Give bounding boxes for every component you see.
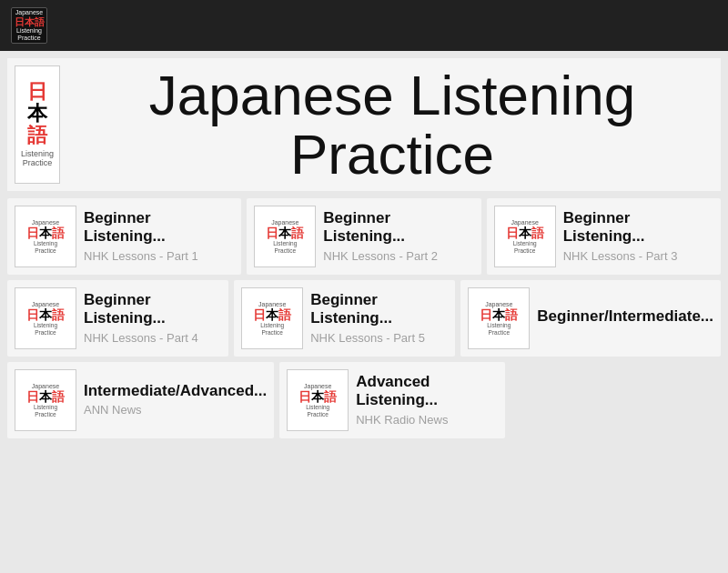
cell-text-2-0: Intermediate/Advanced...ANN News — [84, 382, 267, 418]
grid-cell-1-0[interactable]: Japanese 日本語 ListeningPractice Beginner … — [7, 280, 228, 357]
grid-cell-2-1[interactable]: Japanese 日本語 ListeningPractice Advanced … — [279, 362, 504, 438]
cell-text-2-1: Advanced Listening...NHK Radio News — [356, 373, 497, 428]
cell-subtitle: NHK Lessons - Part 1 — [84, 249, 234, 265]
cell-icon-bottom: ListeningPractice — [273, 240, 297, 255]
cell-text-0-0: Beginner Listening...NHK Lessons - Part … — [84, 209, 234, 265]
cell-text-1-1: Beginner Listening...NHK Lessons - Part … — [310, 291, 448, 347]
grid-cell-1-2[interactable]: Japanese 日本語 ListeningPractice Beginner/… — [460, 280, 721, 357]
cell-subtitle: NHK Lessons - Part 3 — [563, 249, 713, 265]
cell-title: Advanced Listening... — [356, 373, 497, 410]
grid-cell-0-0[interactable]: Japanese 日本語 ListeningPractice Beginner … — [7, 198, 241, 275]
cell-title: Beginner/Intermediate... — [537, 307, 713, 326]
cell-text-1-0: Beginner Listening...NHK Lessons - Part … — [84, 291, 221, 347]
cell-icon-bottom: ListeningPractice — [513, 240, 537, 255]
cell-icon-kanji: 日本語 — [253, 308, 291, 322]
cell-icon-bottom: ListeningPractice — [34, 404, 57, 418]
grid-container: Japanese 日本語 ListeningPractice Beginner … — [7, 198, 721, 438]
grid-cell-empty-2-2 — [511, 362, 721, 438]
hero-title: Japanese Listening Practice — [71, 65, 713, 184]
cell-subtitle: ANN News — [84, 403, 267, 418]
grid-cell-1-1[interactable]: Japanese 日本語 ListeningPractice Beginner … — [234, 280, 455, 357]
app-icon-kanji: 日本語 — [15, 16, 45, 27]
cell-text-1-2: Beginner/Intermediate... — [537, 307, 713, 328]
cell-icon-kanji: 日本語 — [298, 390, 337, 404]
cell-title: Beginner Listening... — [84, 291, 221, 328]
cell-icon-kanji: 日本語 — [266, 226, 304, 240]
cell-subtitle: NHK Radio News — [356, 413, 497, 428]
cell-subtitle: NHK Lessons - Part 2 — [323, 249, 473, 265]
app-icon-bottom: Listening — [16, 27, 42, 35]
grid-cell-0-1[interactable]: Japanese 日本語 ListeningPractice Beginner … — [247, 198, 480, 275]
cell-icon-1-2: Japanese 日本語 ListeningPractice — [468, 287, 530, 349]
main-content: 日本 語 ListeningPractice Japanese Listenin… — [0, 51, 728, 573]
cell-text-0-2: Beginner Listening...NHK Lessons - Part … — [563, 209, 713, 265]
cell-icon-0-0: Japanese 日本語 ListeningPractice — [15, 206, 76, 267]
grid-cell-0-2[interactable]: Japanese 日本語 ListeningPractice Beginner … — [487, 198, 721, 275]
grid-row-0: Japanese 日本語 ListeningPractice Beginner … — [7, 198, 721, 275]
cell-icon-0-1: Japanese 日本語 ListeningPractice — [254, 206, 316, 267]
app-icon-top: Japanese — [15, 9, 43, 16]
grid-row-1: Japanese 日本語 ListeningPractice Beginner … — [7, 280, 721, 357]
hero-header: 日本 語 ListeningPractice Japanese Listenin… — [7, 58, 721, 191]
cell-icon-bottom: ListeningPractice — [34, 322, 57, 337]
grid-cell-2-0[interactable]: Japanese 日本語 ListeningPractice Intermedi… — [7, 362, 274, 438]
cell-icon-kanji: 日本語 — [26, 390, 65, 404]
cell-icon-bottom: ListeningPractice — [34, 240, 57, 255]
cell-icon-2-1: Japanese 日本語 ListeningPractice — [287, 369, 349, 431]
cell-icon-1-1: Japanese 日本語 ListeningPractice — [241, 287, 303, 349]
cell-icon-bottom: ListeningPractice — [487, 322, 511, 337]
app-icon-bottom2: Practice — [17, 35, 40, 42]
hero-logo-kanji2: 語 — [27, 125, 47, 146]
cell-title: Beginner Listening... — [563, 209, 713, 246]
cell-subtitle: NHK Lessons - Part 5 — [310, 331, 448, 347]
cell-icon-bottom: ListeningPractice — [260, 322, 284, 337]
hero-logo-text: ListeningPractice — [21, 149, 54, 169]
cell-icon-bottom: ListeningPractice — [306, 404, 329, 418]
cell-icon-1-0: Japanese 日本語 ListeningPractice — [15, 287, 76, 349]
app-icon: Japanese 日本語 Listening Practice — [11, 7, 47, 44]
overflow-menu-icon[interactable] — [703, 22, 717, 29]
cell-icon-2-0: Japanese 日本語 ListeningPractice — [15, 369, 76, 431]
cell-text-0-1: Beginner Listening...NHK Lessons - Part … — [323, 209, 473, 265]
grid-row-2: Japanese 日本語 ListeningPractice Intermedi… — [7, 362, 721, 438]
cell-title: Beginner Listening... — [310, 291, 448, 328]
cell-title: Intermediate/Advanced... — [84, 382, 267, 400]
cell-title: Beginner Listening... — [323, 209, 473, 246]
cell-icon-kanji: 日本語 — [26, 226, 65, 240]
cell-subtitle: NHK Lessons - Part 4 — [84, 331, 221, 347]
cell-title: Beginner Listening... — [84, 209, 234, 246]
cell-icon-kanji: 日本語 — [506, 226, 544, 240]
cell-icon-0-2: Japanese 日本語 ListeningPractice — [494, 206, 556, 267]
cell-icon-kanji: 日本語 — [26, 308, 65, 322]
hero-logo: 日本 語 ListeningPractice — [15, 65, 60, 184]
hero-logo-kanji1: 日本 — [19, 81, 56, 125]
app-bar: Japanese 日本語 Listening Practice — [0, 0, 728, 51]
cell-icon-kanji: 日本語 — [480, 308, 518, 322]
